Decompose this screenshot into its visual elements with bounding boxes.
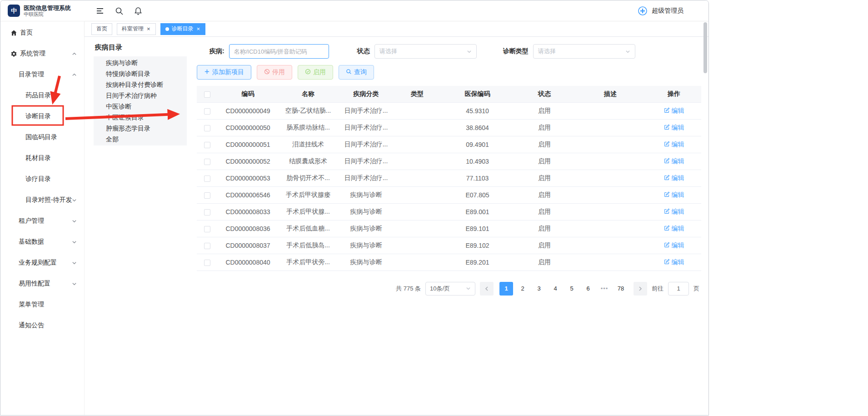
vertical-scrollbar[interactable] [703,22,707,413]
column-header: 名称 [279,86,338,102]
edit-button[interactable]: 编辑 [664,124,684,132]
page-button-1[interactable]: 1 [499,282,513,296]
row-checkbox[interactable] [204,243,210,249]
page-button-3[interactable]: 3 [532,282,546,296]
edit-button[interactable]: 编辑 [664,107,684,115]
sidebar-item-4[interactable]: 诊断目录 [0,106,84,127]
edit-icon [664,191,670,199]
row-checkbox[interactable] [204,260,210,266]
user-menu[interactable]: 超级管理员 [637,5,683,16]
sidebar-item-9[interactable]: 租户管理 [0,211,84,231]
edit-button[interactable]: 编辑 [664,191,684,199]
page-button-5[interactable]: 5 [565,282,579,296]
page-button-6[interactable]: 6 [581,282,595,296]
sidebar-item-13[interactable]: 菜单管理 [0,294,84,315]
sidebar-item-6[interactable]: 耗材目录 [0,148,84,169]
edit-button[interactable]: 编辑 [664,241,684,250]
cell-name: 手术后甲状腺瘘 [279,186,338,203]
row-checkbox[interactable] [204,175,210,182]
goto-page-input[interactable] [668,282,689,296]
sidebar-item-5[interactable]: 国临码目录 [0,127,84,148]
edit-icon [664,208,670,216]
cell-category: 日间手术治疗... [338,119,394,136]
page-size-select[interactable]: 10条/页 [425,282,475,296]
table-row: CD0000008040手术后甲状旁...疾病与诊断E89.201启用编辑 [197,254,701,271]
enable-button[interactable]: 启用 [298,65,333,80]
row-checkbox[interactable] [204,226,210,232]
page-button-78[interactable]: 78 [614,282,628,296]
edit-button[interactable]: 编辑 [664,157,684,165]
tab-2[interactable]: 诊断目录× [160,23,206,35]
close-tab-icon[interactable]: × [146,26,151,32]
bell-icon[interactable] [134,6,143,15]
edit-button[interactable]: 编辑 [664,258,684,266]
search-icon[interactable] [115,6,124,15]
sidebar-item-10[interactable]: 基础数据 [0,231,84,252]
sidebar-item-2[interactable]: 目录管理 [0,64,84,85]
sidebar-item-11[interactable]: 业务规则配置 [0,252,84,273]
cell-name: 泪道挂线术 [279,136,338,153]
column-header: 医保编码 [440,86,515,102]
table-header-row: 编码名称疾病分类类型医保编码状态描述操作 [197,86,701,102]
disable-button[interactable]: 停用 [257,65,292,80]
sidebar-item-label: 诊疗目录 [25,175,51,183]
catalog-item-6[interactable]: 肿瘤形态学目录 [94,123,187,134]
tab-0[interactable]: 首页 [91,23,112,35]
catalog-item-2[interactable]: 按病种目录付费诊断 [94,79,187,90]
close-tab-icon[interactable]: × [196,26,201,32]
row-checkbox[interactable] [204,108,210,115]
catalog-item-7[interactable]: 全部 [94,134,187,145]
catalog-item-4[interactable]: 中医诊断 [94,101,187,112]
row-checkbox[interactable] [204,209,210,216]
catalog-item-5[interactable]: 中医证候目录 [94,112,187,123]
cell-status: 启用 [515,220,574,237]
sidebar-item-7[interactable]: 诊疗目录 [0,169,84,190]
page-button-4[interactable]: 4 [549,282,562,296]
add-item-button[interactable]: 添加新项目 [197,65,251,80]
edit-icon [664,124,670,131]
diagnosis-type-select[interactable]: 请选择 [533,44,635,59]
sidebar-item-3[interactable]: 药品目录 [0,85,84,106]
edit-icon [664,158,670,165]
catalog-item-3[interactable]: 日间手术治疗病种 [94,90,187,101]
column-header: 类型 [394,86,440,102]
cell-name: 结膜囊成形术 [279,153,338,170]
status-select[interactable]: 请选择 [374,44,477,59]
sidebar-item-label: 易用性配置 [19,280,50,288]
edit-button[interactable]: 编辑 [664,208,684,216]
edit-button[interactable]: 编辑 [664,174,684,182]
work-area: 疾病: 状态 请选择 诊断类型 请选择 [197,37,708,415]
action-bar: 添加新项目 停用 启用 查询 [197,65,699,80]
sidebar-item-14[interactable]: 通知公告 [0,315,84,336]
page-button-2[interactable]: 2 [516,282,529,296]
row-checkbox[interactable] [204,125,210,131]
page-ellipsis[interactable]: ••• [598,282,611,296]
cell-category: 疾病与诊断 [338,186,394,203]
chevron-up-icon [72,51,77,56]
scrollbar-thumb[interactable] [703,22,707,73]
chevron-up-icon [72,72,77,77]
row-checkbox[interactable] [204,192,210,199]
next-page-button[interactable] [634,282,647,296]
row-checkbox[interactable] [204,159,210,165]
collapse-menu-icon[interactable] [95,6,105,15]
type-filter-label: 诊断类型 [503,47,529,55]
sidebar-item-0[interactable]: 首页 [0,22,84,43]
row-checkbox[interactable] [204,142,210,148]
prev-page-button[interactable] [480,282,494,296]
edit-button[interactable]: 编辑 [664,140,684,149]
edit-icon [664,242,670,249]
edit-button[interactable]: 编辑 [664,225,684,233]
tab-1[interactable]: 科室管理× [117,23,156,35]
sidebar-item-1[interactable]: 系统管理 [0,43,84,64]
sidebar-item-8[interactable]: 目录对照-待开发 [0,190,84,211]
query-button[interactable]: 查询 [339,65,374,80]
disease-search-input[interactable] [229,44,329,59]
catalog-item-0[interactable]: 疾病与诊断 [94,57,187,68]
catalog-panel: 疾病目录 疾病与诊断特慢病诊断目录按病种目录付费诊断日间手术治疗病种中医诊断中医… [91,37,197,415]
cell-type [394,220,440,237]
sidebar-item-12[interactable]: 易用性配置 [0,273,84,294]
select-all-checkbox[interactable] [204,91,210,98]
disease-filter-label: 疾病: [210,47,224,55]
catalog-item-1[interactable]: 特慢病诊断目录 [94,68,187,79]
